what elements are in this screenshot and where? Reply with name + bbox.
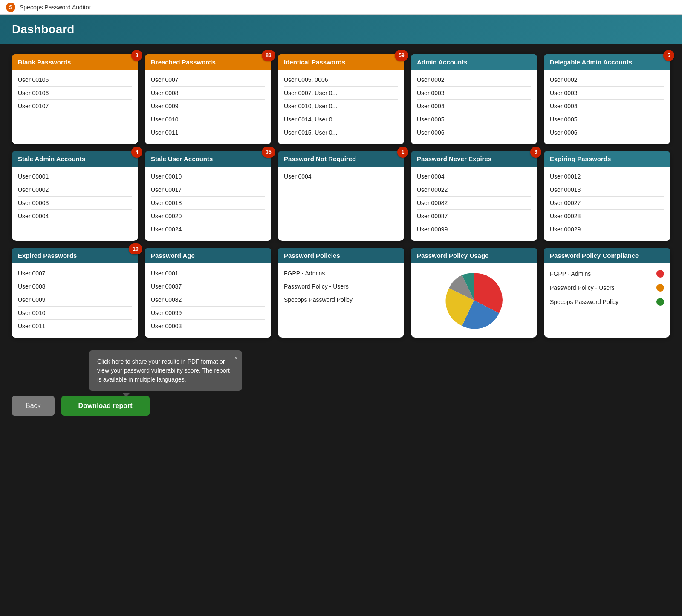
card-password-never-expires[interactable]: 6Password Never ExpiresUser 0004User 000… — [411, 151, 537, 241]
card-admin-accounts[interactable]: Admin AccountsUser 0002User 0003User 000… — [411, 54, 537, 144]
legend-body: FGPP - AdminsPassword Policy - UsersSpec… — [544, 263, 670, 314]
legend-dot — [656, 284, 664, 292]
list-item: User 0002 — [417, 73, 531, 87]
list-item: User 00022 — [417, 183, 531, 197]
badge-stale-user-accounts: 35 — [262, 147, 275, 158]
card-password-policy-compliance[interactable]: Password Policy ComplianceFGPP - AdminsP… — [544, 248, 670, 338]
card-stale-user-accounts[interactable]: 35Stale User AccountsUser 00010User 0001… — [145, 151, 271, 241]
card-body-stale-user-accounts: User 00010User 00017User 00018User 00020… — [145, 167, 271, 241]
list-item: User 0004 — [417, 100, 531, 113]
list-item: User 00087 — [417, 210, 531, 223]
card-password-not-required[interactable]: 1Password Not RequiredUser 0004 — [278, 151, 404, 241]
back-button[interactable]: Back — [12, 396, 55, 416]
list-item: User 0004 — [284, 170, 398, 183]
card-header-password-never-expires: Password Never Expires — [411, 151, 537, 167]
card-stale-admin-accounts[interactable]: 4Stale Admin AccountsUser 00001User 0000… — [12, 151, 138, 241]
list-item: User 00082 — [417, 197, 531, 210]
card-expired-passwords[interactable]: 10Expired PasswordsUser 0007User 0008Use… — [12, 248, 138, 338]
legend-label: Specops Password Policy — [550, 298, 618, 305]
list-item: User 0010 — [151, 113, 265, 126]
card-header-admin-accounts: Admin Accounts — [411, 54, 537, 70]
cards-row-1: 3Blank PasswordsUser 00105User 00106User… — [12, 54, 670, 144]
list-item: User 0005, 0006 — [284, 73, 398, 87]
tooltip-bubble[interactable]: × Click here to share your results in PD… — [89, 350, 242, 391]
card-body-admin-accounts: User 0002User 0003User 0004User 0005User… — [411, 70, 537, 144]
list-item: User 00012 — [550, 170, 664, 183]
list-item: User 00099 — [151, 307, 265, 320]
badge-identical-passwords: 59 — [395, 50, 408, 61]
card-body-identical-passwords: User 0005, 0006User 0007, User 0...User … — [278, 70, 404, 144]
list-item: User 0009 — [151, 100, 265, 113]
card-breached-passwords[interactable]: 83Breached PasswordsUser 0007User 0008Us… — [145, 54, 271, 144]
legend-item: Specops Password Policy — [550, 295, 664, 309]
card-header-password-age: Password Age — [145, 248, 271, 263]
list-item: User 00002 — [18, 183, 132, 197]
list-item: User 0005 — [550, 113, 664, 126]
list-item: User 00106 — [18, 87, 132, 100]
pie-chart-body — [411, 263, 537, 337]
list-item: User 00028 — [550, 210, 664, 223]
card-blank-passwords[interactable]: 3Blank PasswordsUser 00105User 00106User… — [12, 54, 138, 144]
list-item: User 0003 — [550, 87, 664, 100]
list-item: User 00105 — [18, 73, 132, 87]
card-delegable-admin-accounts[interactable]: 5Delegable Admin AccountsUser 0002User 0… — [544, 54, 670, 144]
badge-delegable-admin-accounts: 5 — [663, 50, 674, 61]
list-item: User 00099 — [417, 223, 531, 236]
page-title: Dashboard — [12, 23, 74, 36]
list-item: User 0006 — [417, 126, 531, 139]
card-expiring-passwords[interactable]: Expiring PasswordsUser 00012User 00013Us… — [544, 151, 670, 241]
list-item: User 0002 — [550, 73, 664, 87]
dashboard-header: Dashboard — [0, 15, 682, 44]
list-item: User 0008 — [18, 280, 132, 293]
list-item: User 0011 — [151, 126, 265, 139]
card-header-password-not-required: Password Not Required — [278, 151, 404, 167]
list-item: User 0006 — [550, 126, 664, 139]
card-header-stale-user-accounts: Stale User Accounts — [145, 151, 271, 167]
badge-blank-passwords: 3 — [131, 50, 142, 61]
list-item: User 00018 — [151, 197, 265, 210]
card-header-password-policy-usage: Password Policy Usage — [411, 248, 537, 263]
cards-row-2: 4Stale Admin AccountsUser 00001User 0000… — [12, 151, 670, 241]
card-password-policy-usage[interactable]: Password Policy Usage — [411, 248, 537, 338]
card-password-policies[interactable]: Password PoliciesFGPP - AdminsPassword P… — [278, 248, 404, 338]
list-item: User 00020 — [151, 210, 265, 223]
list-item: User 00087 — [151, 280, 265, 293]
cards-row-3: 10Expired PasswordsUser 0007User 0008Use… — [12, 248, 670, 338]
badge-expired-passwords: 10 — [129, 243, 142, 254]
list-item: User 0005 — [417, 113, 531, 126]
list-item: Specops Password Policy — [284, 293, 398, 306]
card-header-password-policies: Password Policies — [278, 248, 404, 263]
app-logo: S — [6, 3, 15, 12]
download-button[interactable]: Download report — [61, 396, 150, 416]
list-item: User 00010 — [151, 170, 265, 183]
card-body-password-not-required: User 0004 — [278, 167, 404, 188]
legend-dot — [656, 270, 664, 278]
close-icon[interactable]: × — [234, 354, 238, 363]
tooltip-text: Click here to share your results in PDF … — [97, 358, 230, 383]
list-item: User 00107 — [18, 100, 132, 113]
card-body-password-policies: FGPP - AdminsPassword Policy - UsersSpec… — [278, 263, 404, 311]
list-item: User 0007 — [151, 73, 265, 87]
card-body-delegable-admin-accounts: User 0002User 0003User 0004User 0005User… — [544, 70, 670, 144]
list-item: User 0011 — [18, 320, 132, 333]
card-header-stale-admin-accounts: Stale Admin Accounts — [12, 151, 138, 167]
list-item: User 00017 — [151, 183, 265, 197]
list-item: User 00003 — [151, 320, 265, 333]
card-identical-passwords[interactable]: 59Identical PasswordsUser 0005, 0006User… — [278, 54, 404, 144]
app-title: Specops Password Auditor — [20, 4, 91, 11]
list-item: User 0010 — [18, 307, 132, 320]
badge-password-never-expires: 6 — [530, 147, 541, 158]
badge-stale-admin-accounts: 4 — [131, 147, 142, 158]
list-item: User 0009 — [18, 293, 132, 307]
list-item: User 00003 — [18, 197, 132, 210]
legend-item: Password Policy - Users — [550, 281, 664, 295]
list-item: User 00004 — [18, 210, 132, 223]
legend-label: Password Policy - Users — [550, 284, 615, 291]
card-body-expired-passwords: User 0007User 0008User 0009User 0010User… — [12, 263, 138, 338]
card-header-password-policy-compliance: Password Policy Compliance — [544, 248, 670, 263]
list-item: User 0004 — [550, 100, 664, 113]
card-password-age[interactable]: Password AgeUser 0001User 00087User 0008… — [145, 248, 271, 338]
card-header-expiring-passwords: Expiring Passwords — [544, 151, 670, 167]
list-item: Password Policy - Users — [284, 280, 398, 293]
card-header-breached-passwords: Breached Passwords — [145, 54, 271, 70]
